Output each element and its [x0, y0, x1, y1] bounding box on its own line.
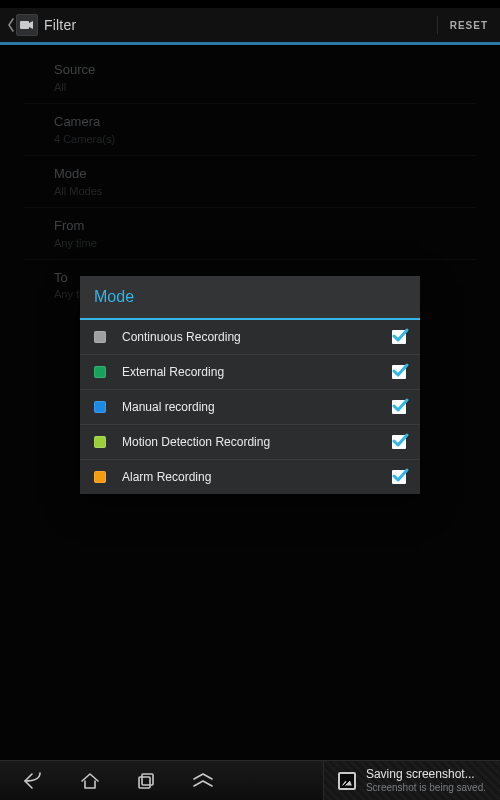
- color-swatch-icon: [94, 471, 106, 483]
- navigation-bar: Saving screenshot... Screenshot is being…: [0, 760, 500, 800]
- screenshot-icon: [338, 772, 356, 790]
- screenshot-toast[interactable]: Saving screenshot... Screenshot is being…: [323, 761, 500, 800]
- mode-option-continuous[interactable]: Continuous Recording: [80, 320, 420, 355]
- mode-option-external[interactable]: External Recording: [80, 355, 420, 390]
- mode-dialog: Mode Continuous Recording External Recor…: [80, 276, 420, 494]
- nav-home-button[interactable]: [80, 772, 100, 790]
- action-bar: Filter RESET: [0, 8, 500, 44]
- mode-option-label: External Recording: [122, 365, 392, 379]
- nav-back-button[interactable]: [22, 772, 44, 790]
- mode-option-motion[interactable]: Motion Detection Recording: [80, 425, 420, 460]
- mode-option-alarm[interactable]: Alarm Recording: [80, 460, 420, 494]
- mode-option-label: Motion Detection Recording: [122, 435, 392, 449]
- nav-menu-button[interactable]: [192, 773, 214, 789]
- mode-option-label: Manual recording: [122, 400, 392, 414]
- checkbox-checked-icon[interactable]: [392, 330, 406, 344]
- camera-icon: [16, 14, 38, 36]
- mode-option-manual[interactable]: Manual recording: [80, 390, 420, 425]
- toast-text: Saving screenshot... Screenshot is being…: [366, 768, 486, 792]
- svg-rect-1: [139, 777, 150, 788]
- svg-rect-2: [142, 774, 153, 785]
- checkbox-checked-icon[interactable]: [392, 365, 406, 379]
- checkbox-checked-icon[interactable]: [392, 470, 406, 484]
- color-swatch-icon: [94, 331, 106, 343]
- reset-button[interactable]: RESET: [444, 16, 494, 35]
- mode-option-label: Continuous Recording: [122, 330, 392, 344]
- toast-subtitle: Screenshot is being saved.: [366, 782, 486, 793]
- color-swatch-icon: [94, 366, 106, 378]
- back-button[interactable]: [6, 17, 16, 33]
- status-bar: [0, 0, 500, 8]
- svg-rect-0: [20, 21, 29, 29]
- color-swatch-icon: [94, 436, 106, 448]
- nav-recent-button[interactable]: [136, 772, 156, 790]
- color-swatch-icon: [94, 401, 106, 413]
- checkbox-checked-icon[interactable]: [392, 435, 406, 449]
- page-title: Filter: [44, 17, 431, 33]
- dialog-title: Mode: [80, 276, 420, 320]
- toast-title: Saving screenshot...: [366, 768, 486, 781]
- separator: [437, 16, 438, 34]
- checkbox-checked-icon[interactable]: [392, 400, 406, 414]
- mode-option-label: Alarm Recording: [122, 470, 392, 484]
